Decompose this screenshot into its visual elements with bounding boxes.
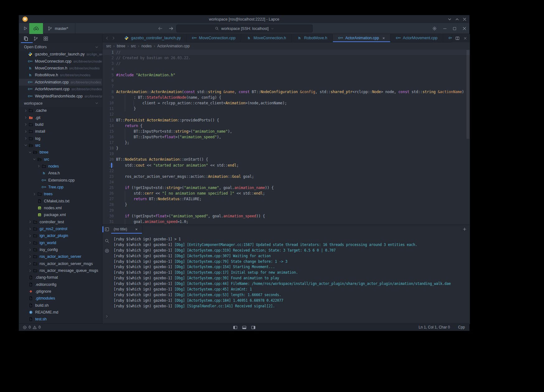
- nav-back-icon[interactable]: [158, 26, 163, 31]
- tree-item-controller_test[interactable]: controller_test: [19, 219, 102, 225]
- panel-collapse-icon[interactable]: [105, 314, 109, 318]
- chevron-down-icon[interactable]: [28, 151, 33, 154]
- terminal-tab-close-icon[interactable]: ×: [135, 227, 138, 232]
- file-explorer-icon[interactable]: [23, 36, 28, 41]
- chevron-right-icon[interactable]: [24, 116, 28, 119]
- window-unshade-icon[interactable]: [455, 17, 459, 21]
- panel-search-icon[interactable]: [105, 239, 109, 243]
- tab-close-icon[interactable]: ×: [382, 36, 385, 40]
- collapse-chevron-icon[interactable]: [95, 45, 98, 49]
- tree-item-trees[interactable]: trees: [19, 191, 102, 197]
- tree-item-.gitmodules[interactable]: .gitmodules: [19, 295, 102, 302]
- tree-item-build.sh[interactable]: build.sh: [19, 302, 102, 309]
- breadcrumb-item[interactable]: btree: [117, 44, 125, 48]
- collapse-chevron-icon[interactable]: [95, 102, 98, 105]
- tree-item-nodes.xml[interactable]: nodes.xml: [19, 205, 102, 211]
- tree-item-CMakeLists.txt[interactable]: CMakeLists.txt: [19, 197, 102, 204]
- minimize-icon[interactable]: [442, 26, 447, 31]
- cursor-position[interactable]: Ln 1, Col 1, Char 0: [419, 325, 450, 329]
- tab-ActorMovement.cpp[interactable]: C++ActorMovement.cpp: [390, 34, 443, 42]
- workspace-header[interactable]: workspace: [19, 100, 102, 107]
- tree-item-install[interactable]: install: [19, 128, 102, 135]
- new-terminal-icon[interactable]: [462, 227, 467, 231]
- open-editor-item[interactable]: C++MoveConnection.cppsrc/btree/src/nodes: [19, 58, 102, 64]
- terminal-tab[interactable]: (no title) ×: [111, 225, 142, 234]
- open-editor-item[interactable]: C++WeightedRandomNode.cppsrc/btree/src/n…: [19, 92, 102, 99]
- maximize-icon[interactable]: [453, 27, 456, 31]
- tree-item-btree[interactable]: btree: [19, 149, 102, 156]
- tree-item-ign_actor_plugin[interactable]: ign_actor_plugin: [19, 232, 102, 239]
- command-palette[interactable]: workspace [SSH: localhost]: [176, 25, 313, 32]
- chevron-right-icon[interactable]: [28, 241, 33, 244]
- tab-MoveConnection.h[interactable]: hMoveConnection.h: [241, 34, 291, 42]
- chevron-right-icon[interactable]: [33, 192, 37, 196]
- tree-item-nodes[interactable]: nodes: [19, 163, 102, 170]
- tab-MoveConnection.cpp[interactable]: C++MoveConnection.cpp: [187, 34, 241, 42]
- source-control-icon[interactable]: [33, 36, 38, 41]
- toggle-right-panel-icon[interactable]: [251, 325, 256, 330]
- tree-item-.cache[interactable]: .cache: [19, 107, 102, 114]
- chevron-right-icon[interactable]: [28, 248, 33, 252]
- window-shade-icon[interactable]: [447, 17, 452, 21]
- language-mode[interactable]: Cpp: [458, 325, 465, 329]
- run-icon[interactable]: [23, 26, 28, 31]
- chevron-right-icon[interactable]: [28, 262, 33, 265]
- problems-icon[interactable]: [105, 248, 109, 253]
- tree-item-README.md[interactable]: README.md: [19, 309, 102, 316]
- tabs-scroll-right-icon[interactable]: [111, 36, 116, 40]
- tree-item-build[interactable]: build: [19, 121, 102, 128]
- tree-item-.gitignore[interactable]: .gitignore: [19, 288, 102, 295]
- tree-item-.git[interactable]: .git: [19, 114, 102, 121]
- breadcrumb-item[interactable]: src: [131, 44, 136, 48]
- chevron-right-icon[interactable]: [28, 220, 33, 224]
- open-editor-item[interactable]: C++ActorMovement.cppsrc/btree/src/nodes: [19, 86, 102, 92]
- tree-item-src[interactable]: src: [19, 142, 102, 149]
- terminal-icon[interactable]: [105, 227, 109, 232]
- nav-forward-icon[interactable]: [168, 26, 174, 31]
- toggle-left-panel-icon[interactable]: [233, 325, 238, 330]
- open-editor-item[interactable]: C++ActorAnimation.cppsrc/btree/src/nodes: [19, 79, 102, 86]
- breadcrumb-item[interactable]: nodes: [141, 44, 152, 48]
- tree-item-ros_actor_message_queue_msgs[interactable]: ros_actor_message_queue_msgs: [19, 267, 102, 274]
- window-close-icon[interactable]: [462, 17, 467, 21]
- chevron-right-icon[interactable]: [24, 123, 28, 126]
- tree-item-.editorconfig[interactable]: .editorconfig: [19, 281, 102, 288]
- git-branch-indicator[interactable]: master*: [48, 23, 68, 34]
- settings-gear-icon[interactable]: [432, 26, 437, 31]
- code-editor[interactable]: 1//2// Created by bastian on 26.03.22.3/…: [102, 50, 470, 224]
- tree-item-gz_ros2_control[interactable]: gz_ros2_control: [19, 225, 102, 232]
- tab-RobotMove.h[interactable]: hRobotMove.h: [292, 34, 333, 42]
- split-editor-icon[interactable]: [455, 36, 460, 40]
- tree-item-test.sh[interactable]: test.sh: [19, 316, 102, 323]
- open-editor-item[interactable]: hMoveConnection.hsrc/btree/src/nodes: [19, 65, 102, 72]
- title-bar[interactable]: W workspace [ros@localhost:2222] - Lapce: [19, 15, 469, 23]
- chevron-right-icon[interactable]: [28, 269, 33, 272]
- tree-item-Tree.cpp[interactable]: C++Tree.cpp: [19, 184, 102, 191]
- tree-item-Extensions.cpp[interactable]: C++Extensions.cpp: [19, 177, 102, 183]
- plugins-icon[interactable]: [43, 36, 48, 41]
- chevron-right-icon[interactable]: [28, 234, 33, 238]
- breadcrumb-item[interactable]: src: [106, 44, 111, 48]
- tree-item-.clang-format[interactable]: .clang-format: [19, 274, 102, 281]
- tree-item-package.xml[interactable]: package.xml: [19, 211, 102, 218]
- open-editor-item[interactable]: gazebo_controller_launch.pysrc/ign_world: [19, 51, 102, 58]
- chevron-right-icon[interactable]: [24, 130, 28, 133]
- chevron-right-icon[interactable]: [28, 227, 33, 231]
- tabs-scroll-left-icon[interactable]: [105, 36, 109, 40]
- chevron-right-icon[interactable]: [37, 164, 41, 168]
- toggle-bottom-panel-icon[interactable]: [242, 325, 247, 330]
- breadcrumb-item[interactable]: ActorAnimation.cpp: [157, 44, 190, 48]
- close-icon[interactable]: [462, 26, 467, 31]
- editor-scrollbar[interactable]: [466, 50, 469, 139]
- open-editor-item[interactable]: hRobotMove.hsrc/btree/src/nodes: [19, 72, 102, 78]
- chevron-right-icon[interactable]: [28, 255, 33, 258]
- close-editor-icon[interactable]: [463, 36, 467, 40]
- chevron-right-icon[interactable]: [24, 109, 28, 112]
- tree-item-iisy_config[interactable]: iisy_config: [19, 246, 102, 253]
- chevron-down-icon[interactable]: [33, 158, 37, 161]
- tree-item-ros_actor_action_server[interactable]: ros_actor_action_server: [19, 253, 102, 260]
- tree-item-Area.h[interactable]: hArea.h: [19, 170, 102, 177]
- tree-item-ros_actor_action_server_msgs[interactable]: ros_actor_action_server_msgs: [19, 260, 102, 267]
- tree-item-src[interactable]: src: [19, 156, 102, 163]
- tab-ActorAnimation.cpp[interactable]: C++ActorAnimation.cpp×: [333, 34, 390, 42]
